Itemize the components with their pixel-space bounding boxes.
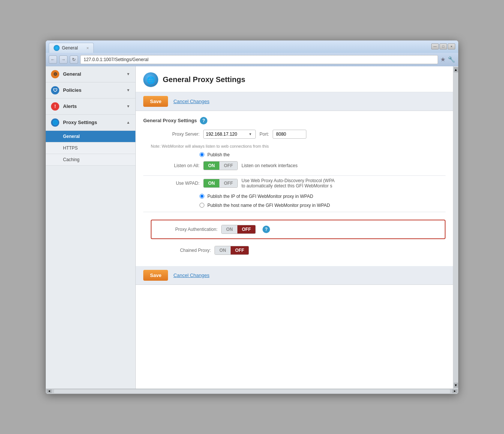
proxy-settings-icon: 🌐 bbox=[51, 118, 59, 127]
policies-chevron: ▼ bbox=[126, 88, 130, 92]
top-action-bar: Save Cancel Changes bbox=[136, 92, 453, 111]
scrollbar-right[interactable]: ▲ ▼ bbox=[453, 66, 458, 389]
close-button[interactable]: × bbox=[448, 43, 455, 49]
general-chevron: ▼ bbox=[126, 72, 130, 76]
proxy-auth-label: Proxy Authentication: bbox=[158, 227, 218, 232]
general-icon: ⚙ bbox=[51, 70, 59, 78]
sidebar-subitem-https[interactable]: HTTPS bbox=[46, 142, 135, 154]
horizontal-scroll-track bbox=[54, 389, 450, 393]
wpad-on[interactable]: ON bbox=[204, 179, 219, 187]
wpad-toggle[interactable]: ON OFF bbox=[203, 179, 238, 188]
chained-proxy-row: Chained Proxy: ON OFF bbox=[143, 246, 446, 255]
scroll-right-button[interactable]: ► bbox=[452, 389, 458, 393]
page-icon: 🌐 bbox=[143, 72, 158, 87]
minimize-button[interactable]: — bbox=[431, 43, 439, 49]
listen-on-label: Listen on network interfaces bbox=[242, 163, 297, 168]
port-input[interactable] bbox=[273, 130, 306, 139]
chained-proxy-off[interactable]: OFF bbox=[231, 246, 249, 254]
proxy-auth-off[interactable]: OFF bbox=[237, 225, 255, 233]
window-controls: — □ × bbox=[431, 43, 455, 49]
listen-all-toggle[interactable]: ON OFF bbox=[203, 161, 238, 170]
content-area: 🌐 General Proxy Settings Save Cancel Cha… bbox=[136, 66, 453, 389]
sidebar-item-general[interactable]: ⚙ General ▼ bbox=[46, 66, 135, 82]
wpad-off[interactable]: OFF bbox=[219, 179, 237, 187]
section-title-text: General Proxy Settings bbox=[143, 118, 197, 123]
refresh-icon: ↻ bbox=[72, 57, 76, 62]
proxy-server-dropdown-arrow[interactable]: ▼ bbox=[249, 132, 252, 136]
sidebar-subitem-caching[interactable]: Caching bbox=[46, 154, 135, 166]
main-area: ⚙ General ▼ 🛡 Policies ▼ ! Alerts ▼ 🌐 Pr… bbox=[46, 66, 458, 389]
scroll-up-button[interactable]: ▲ bbox=[454, 67, 458, 72]
browser-tab[interactable]: 🌐 General × bbox=[49, 43, 94, 53]
divider-1 bbox=[143, 175, 446, 176]
top-save-button[interactable]: Save bbox=[143, 96, 168, 107]
chained-proxy-label: Chained Proxy: bbox=[151, 248, 211, 253]
proxy-auth-on[interactable]: ON bbox=[222, 225, 237, 233]
port-label: Port: bbox=[260, 132, 269, 137]
bottom-save-button[interactable]: Save bbox=[143, 270, 168, 281]
publish-label: Publish the bbox=[207, 152, 230, 157]
wpad-label: Use WPAD: bbox=[151, 181, 200, 186]
sidebar-item-policies[interactable]: 🛡 Policies ▼ bbox=[46, 82, 135, 99]
proxy-auth-toggle[interactable]: ON OFF bbox=[221, 225, 256, 234]
listen-all-on[interactable]: ON bbox=[204, 162, 219, 170]
divider-2 bbox=[143, 212, 446, 212]
maximize-button[interactable]: □ bbox=[440, 43, 447, 49]
sidebar-label-policies: Policies bbox=[63, 87, 81, 93]
wpad-row: Use WPAD: ON OFF Use Web Proxy Auto-Disc… bbox=[143, 178, 446, 189]
publish-radio-row: Publish the bbox=[143, 152, 446, 157]
wpad-desc-line2: to automatically detect this GFI WebMoni… bbox=[242, 183, 334, 189]
proxy-server-input[interactable] bbox=[206, 132, 247, 137]
address-input[interactable] bbox=[80, 55, 438, 64]
sidebar-label-alerts: Alerts bbox=[63, 103, 77, 109]
policies-icon: 🛡 bbox=[51, 86, 59, 94]
top-cancel-button[interactable]: Cancel Changes bbox=[173, 99, 209, 104]
bottom-action-bar: Save Cancel Changes bbox=[136, 266, 453, 285]
refresh-button[interactable]: ↻ bbox=[70, 55, 78, 64]
subitem-caching-label: Caching bbox=[63, 157, 80, 162]
publish-host-radio-row: Publish the host name of the GFI WebMoni… bbox=[143, 203, 446, 208]
sidebar-item-proxy-settings[interactable]: 🌐 Proxy Settings ▲ bbox=[46, 115, 135, 131]
settings-icon[interactable]: 🔧 bbox=[448, 56, 455, 63]
section-help-icon[interactable]: ? bbox=[200, 117, 207, 124]
alerts-chevron: ▼ bbox=[126, 104, 130, 108]
proxy-auth-section-wrapper: Proxy Authentication: ON OFF ? bbox=[143, 214, 446, 246]
tab-close-button[interactable]: × bbox=[87, 46, 89, 50]
bottom-scrollbar[interactable]: ◄ ► bbox=[46, 389, 458, 394]
bottom-cancel-button[interactable]: Cancel Changes bbox=[173, 272, 209, 278]
publish-host-radio[interactable] bbox=[200, 203, 204, 208]
proxy-note: Note: WebMonitor will always listen to w… bbox=[151, 144, 446, 148]
proxy-auth-help-icon[interactable]: ? bbox=[262, 226, 270, 233]
bookmark-icon[interactable]: ★ bbox=[440, 56, 446, 63]
tab-title: General bbox=[62, 45, 78, 51]
scroll-left-button[interactable]: ◄ bbox=[46, 389, 52, 393]
subitem-general-label: General bbox=[63, 134, 80, 139]
publish-radio[interactable] bbox=[200, 152, 204, 157]
alerts-icon: ! bbox=[51, 102, 59, 111]
listen-all-row: Listen on All: ON OFF Listen on network … bbox=[143, 161, 446, 170]
forward-icon: → bbox=[61, 57, 66, 62]
sidebar-subitem-general[interactable]: General bbox=[46, 131, 135, 142]
title-bar: 🌐 General × — □ × bbox=[46, 40, 458, 53]
proxy-server-label: Proxy Server: bbox=[151, 132, 200, 137]
listen-all-off[interactable]: OFF bbox=[219, 162, 237, 170]
proxy-auth-section: Proxy Authentication: ON OFF ? bbox=[151, 220, 446, 239]
tab-icon: 🌐 bbox=[54, 45, 60, 51]
proxy-server-row: Proxy Server: ▼ Port: bbox=[143, 130, 446, 139]
proxy-server-input-container[interactable]: ▼ bbox=[203, 130, 256, 139]
proxy-settings-chevron: ▲ bbox=[126, 120, 130, 124]
publish-ip-radio[interactable] bbox=[200, 194, 204, 199]
settings-panel: General Proxy Settings ? Proxy Server: ▼… bbox=[136, 111, 453, 266]
wpad-desc-line1: Use Web Proxy Auto-Discovery Protocol (W… bbox=[242, 178, 334, 183]
back-button[interactable]: ← bbox=[49, 55, 57, 64]
sidebar-label-general: General bbox=[63, 71, 81, 77]
scroll-down-button[interactable]: ▼ bbox=[454, 383, 458, 388]
section-title: General Proxy Settings ? bbox=[143, 117, 446, 124]
forward-button[interactable]: → bbox=[59, 55, 68, 64]
chained-proxy-on[interactable]: ON bbox=[215, 246, 231, 254]
listen-all-label: Listen on All: bbox=[151, 163, 200, 168]
sidebar-item-alerts[interactable]: ! Alerts ▼ bbox=[46, 99, 135, 115]
wpad-description: Use Web Proxy Auto-Discovery Protocol (W… bbox=[242, 178, 334, 189]
sidebar-label-proxy-settings: Proxy Settings bbox=[63, 120, 97, 125]
chained-proxy-toggle[interactable]: ON OFF bbox=[214, 246, 249, 255]
